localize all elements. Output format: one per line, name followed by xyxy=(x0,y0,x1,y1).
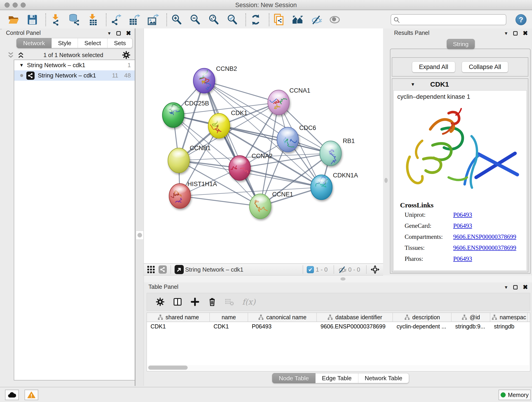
column-header-namespac[interactable]: namespac xyxy=(490,313,528,322)
control-panel-menu-icon[interactable]: ▼ xyxy=(107,31,112,36)
zoom-selected-icon[interactable] xyxy=(226,14,238,26)
results-panel-close-icon[interactable]: ✖ xyxy=(523,30,528,36)
network-node-CCNA1[interactable]: CCNA1 xyxy=(263,87,310,115)
tab-network[interactable]: Network xyxy=(17,38,51,48)
column-header-database-identifier[interactable]: database identifier xyxy=(317,313,393,322)
column-header-shared-name[interactable]: shared name xyxy=(147,313,210,322)
tab-style[interactable]: Style xyxy=(51,38,78,48)
collapse-all-chevrons-icon[interactable] xyxy=(7,51,15,59)
tab-select[interactable]: Select xyxy=(78,38,108,48)
memory-label: Memory xyxy=(508,392,529,398)
vertical-splitter-left[interactable] xyxy=(135,28,144,386)
collection-expander-icon[interactable]: ▼ xyxy=(19,63,24,68)
home-networks-icon[interactable] xyxy=(292,14,304,26)
table-panel-close-icon[interactable]: ✖ xyxy=(523,284,528,290)
network-row[interactable]: String Network – cdk1 11 48 xyxy=(14,70,135,81)
show-eye-icon[interactable] xyxy=(329,14,341,26)
tab-node-table[interactable]: Node Table xyxy=(272,373,316,383)
show-columns-icon[interactable] xyxy=(173,297,182,306)
horizontal-splitter[interactable] xyxy=(144,275,532,282)
import-network-from-database-icon[interactable] xyxy=(68,14,80,26)
crosslink-link[interactable]: P06493 xyxy=(453,222,472,230)
delete-column-icon[interactable] xyxy=(208,297,216,306)
network-node-CDKN1A[interactable]: CDKN1A xyxy=(311,172,358,200)
table-options-gear-icon[interactable] xyxy=(156,297,165,306)
splitter-handle[interactable] xyxy=(385,178,388,183)
control-panel-close-icon[interactable]: ✖ xyxy=(126,30,131,36)
zoom-in-icon[interactable] xyxy=(171,14,183,26)
help-button[interactable]: ? xyxy=(515,14,526,25)
hidden-eye-slash-icon[interactable] xyxy=(338,265,346,274)
tab-edge-table[interactable]: Edge Table xyxy=(316,373,358,383)
export-image-icon[interactable] xyxy=(147,14,159,26)
crosslink-label: GeneCard: xyxy=(405,222,453,230)
vertical-splitter-right[interactable] xyxy=(383,28,389,275)
add-column-icon[interactable] xyxy=(190,297,200,306)
protein-expander-icon[interactable]: ▼ xyxy=(411,82,415,87)
export-network-icon[interactable] xyxy=(110,14,122,26)
network-share-view-icon[interactable] xyxy=(158,265,167,274)
crosslink-label: Compartments: xyxy=(405,233,453,240)
network-node-HIST1H1A[interactable]: HIST1H1A xyxy=(168,181,217,208)
birdseye-crosshair-icon[interactable] xyxy=(370,265,380,274)
horizontal-scrollbar[interactable] xyxy=(147,365,529,370)
column-header-name[interactable]: name xyxy=(210,313,248,322)
zoom-out-icon[interactable] xyxy=(189,14,201,26)
tab-sets[interactable]: Sets xyxy=(108,38,133,48)
column-header--id[interactable]: @id xyxy=(452,313,490,322)
network-options-gear-icon[interactable] xyxy=(122,51,131,59)
selected-checkbox-icon[interactable] xyxy=(307,266,314,273)
import-network-icon[interactable] xyxy=(50,14,62,26)
hide-eye-slash-icon[interactable] xyxy=(310,14,322,26)
expand-all-button[interactable]: Expand All xyxy=(412,61,456,72)
network-node-CCNB2[interactable]: CCNB2 xyxy=(193,65,237,93)
export-table-icon[interactable] xyxy=(129,14,141,26)
collapse-all-button[interactable]: Collapse All xyxy=(462,61,508,72)
crosslink-link[interactable]: P06493 xyxy=(453,255,472,262)
crosslink-link[interactable]: 9606.ENSP00000378699 xyxy=(453,233,516,240)
delete-table-icon[interactable] xyxy=(225,298,234,306)
network-edge[interactable] xyxy=(180,196,260,206)
column-header-description[interactable]: description xyxy=(393,313,452,322)
splitter-handle[interactable] xyxy=(341,277,346,281)
crosslink-link[interactable]: 9606.ENSP00000378699 xyxy=(453,244,516,251)
zoom-fit-icon[interactable] xyxy=(208,14,220,26)
network-node-CCNE1[interactable]: CCNE1 xyxy=(249,191,293,219)
network-collection-row[interactable]: ▼ String Network – cdk1 1 xyxy=(14,60,135,70)
column-header-canonical-name[interactable]: canonical name xyxy=(248,313,317,322)
control-panel-float-icon[interactable] xyxy=(116,31,121,36)
table-row[interactable]: CDK1CDK1P064939606.ENSP00000378699cyclin… xyxy=(147,322,530,331)
cloud-button[interactable] xyxy=(5,390,19,400)
network-selection-bar: 1 of 1 Network selected xyxy=(2,51,135,60)
import-table-icon[interactable] xyxy=(87,14,99,26)
network-edge[interactable] xyxy=(204,81,279,102)
network-canvas[interactable]: CCNB2CCNA1CDC25BCDK1CDC6RB1CCNB1CCNA2CDK… xyxy=(144,28,383,264)
network-edge[interactable] xyxy=(240,168,322,187)
warnings-button[interactable] xyxy=(25,390,38,400)
network-view-title: String Network – cdk1 xyxy=(185,266,243,273)
results-panel-float-icon[interactable] xyxy=(513,31,518,36)
open-session-button[interactable] xyxy=(8,14,20,26)
column-label: canonical name xyxy=(266,314,306,321)
tab-network-table[interactable]: Network Table xyxy=(358,373,409,383)
splitter-knob[interactable] xyxy=(136,230,144,240)
detach-view-icon[interactable] xyxy=(175,265,184,274)
protein-section-header[interactable]: ▼ CDK1 xyxy=(392,79,528,90)
save-session-button[interactable] xyxy=(26,14,38,26)
refresh-icon[interactable] xyxy=(250,14,262,26)
grid-view-icon[interactable] xyxy=(147,266,155,274)
network-node-CCNB1[interactable]: CCNB1 xyxy=(168,145,211,173)
table-panel-float-icon[interactable] xyxy=(513,285,518,289)
expand-all-chevrons-icon[interactable] xyxy=(17,51,25,59)
table-panel-menu-icon[interactable]: ▼ xyxy=(504,285,508,289)
search-input[interactable] xyxy=(391,14,506,25)
memory-button[interactable]: Memory xyxy=(499,390,531,400)
results-panel-menu-icon[interactable]: ▼ xyxy=(504,31,508,36)
network-node-RB1[interactable]: RB1 xyxy=(320,138,355,166)
copy-publication-icon[interactable] xyxy=(273,14,285,26)
tab-string[interactable]: String xyxy=(447,39,475,49)
function-builder-icon[interactable]: f(x) xyxy=(242,297,255,306)
crosslink-link[interactable]: P06493 xyxy=(453,211,472,218)
column-label: namespac xyxy=(500,314,526,321)
scrollbar-thumb[interactable] xyxy=(148,366,188,370)
